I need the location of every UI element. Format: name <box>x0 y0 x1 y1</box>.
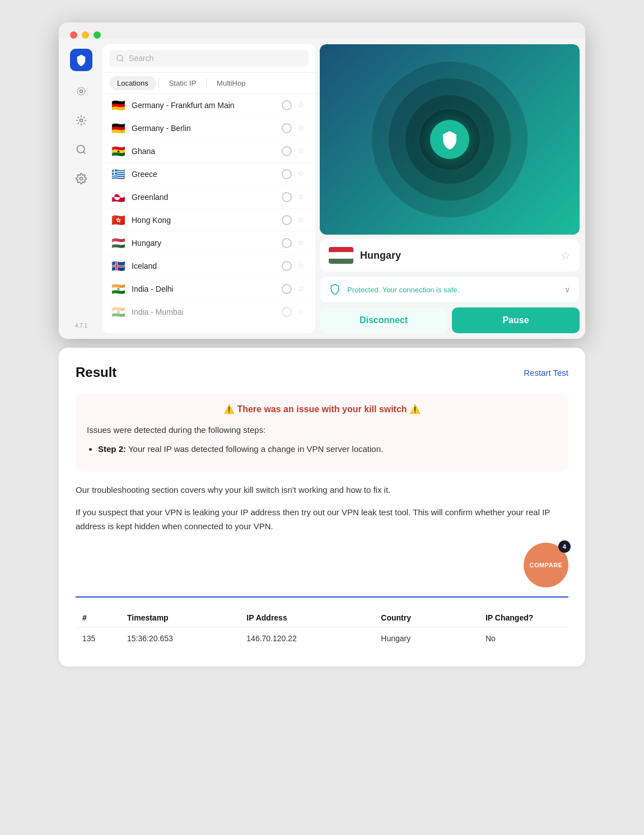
col-header-timestamp: Timestamp <box>120 609 240 627</box>
tab-divider-1 <box>158 78 159 88</box>
star-ghana[interactable]: ☆ <box>297 146 307 156</box>
sidebar-settings-icon[interactable] <box>72 111 90 129</box>
radio-greenland[interactable] <box>282 192 292 202</box>
status-bar: Protected. Your connection is safe. ∨ <box>320 276 580 303</box>
star-hungary[interactable]: ☆ <box>297 238 307 248</box>
location-name: Iceland <box>132 262 276 270</box>
radio-hungary[interactable] <box>282 238 292 248</box>
list-item[interactable]: 🇩🇪 Germany - Frankfurt am Main ☆ <box>102 94 315 117</box>
list-item[interactable]: 🇬🇷 Greece ☆ <box>102 163 315 186</box>
right-panel: Hungary ☆ Protected. Your connection is … <box>320 44 580 333</box>
svg-point-5 <box>80 178 83 180</box>
alert-intro: Issues were detected during the followin… <box>87 423 557 437</box>
star-germany-frankfurt[interactable]: ☆ <box>297 100 307 110</box>
pause-button[interactable]: Pause <box>452 307 580 333</box>
result-body-2: If you suspect that your VPN is leaking … <box>76 505 568 534</box>
version-label: 4.7.1 <box>75 323 87 329</box>
vpn-logo <box>430 120 469 159</box>
alert-box: ⚠️ There was an issue with your kill swi… <box>76 394 568 472</box>
result-title: Result <box>76 365 116 380</box>
list-item[interactable]: 🇮🇳 India - Mumbai ☆ <box>102 301 315 324</box>
list-item[interactable]: 🇭🇰 Hong Kong ☆ <box>102 209 315 232</box>
flag-hungary: 🇭🇺 <box>110 237 126 249</box>
restart-test-link[interactable]: Restart Test <box>524 368 568 377</box>
alert-body: Issues were detected during the followin… <box>87 423 557 456</box>
search-icon <box>116 54 124 63</box>
vpn-visual <box>320 44 580 235</box>
location-name: Greece <box>132 170 276 179</box>
step-label: Step 2: <box>98 444 126 454</box>
disconnect-button[interactable]: Disconnect <box>320 307 447 333</box>
star-germany-berlin[interactable]: ☆ <box>297 123 307 133</box>
list-item[interactable]: 🇩🇪 Germany - Berlin ☆ <box>102 117 315 140</box>
star-hong-kong[interactable]: ☆ <box>297 215 307 225</box>
star-iceland[interactable]: ☆ <box>297 261 307 271</box>
sidebar-privacy-icon[interactable] <box>72 82 90 100</box>
svg-line-4 <box>83 152 86 154</box>
list-item[interactable]: 🇮🇳 India - Delhi ☆ <box>102 278 315 301</box>
tab-locations[interactable]: Locations <box>109 76 156 90</box>
location-name: India - Delhi <box>132 284 276 293</box>
result-body-1: Our troubleshooting section covers why y… <box>76 483 568 497</box>
search-input[interactable] <box>129 54 302 63</box>
radio-hong-kong[interactable] <box>282 215 292 225</box>
col-header-country: Country <box>374 609 479 627</box>
star-india-mumbai[interactable]: ☆ <box>297 307 307 317</box>
list-item[interactable]: 🇭🇺 Hungary ☆ <box>102 232 315 255</box>
sidebar-gear-icon[interactable] <box>72 170 90 188</box>
list-item[interactable]: 🇬🇱 Greenland ☆ <box>102 186 315 209</box>
flag-greenland: 🇬🇱 <box>110 192 126 203</box>
location-name: Ghana <box>132 147 276 156</box>
app-logo[interactable] <box>70 49 92 71</box>
compare-badge: 4 <box>558 540 571 553</box>
flag-ghana: 🇬🇭 <box>110 146 126 157</box>
col-header-ip: IP Address <box>240 609 374 627</box>
table-divider <box>76 596 568 598</box>
vpn-window: 4.7.1 Locations Static IP <box>59 22 585 339</box>
search-input-wrapper[interactable] <box>109 50 309 67</box>
location-name: Hong Kong <box>132 216 276 225</box>
list-item[interactable]: 🇬🇭 Ghana ☆ <box>102 140 315 163</box>
star-greece[interactable]: ☆ <box>297 169 307 179</box>
radio-iceland[interactable] <box>282 261 292 271</box>
minimize-button[interactable] <box>82 31 89 39</box>
col-header-changed: IP Changed? <box>479 609 568 627</box>
svg-point-3 <box>77 146 85 153</box>
close-button[interactable] <box>70 31 77 39</box>
tab-static-ip[interactable]: Static IP <box>161 76 204 90</box>
tab-bar: Locations Static IP MultiHop <box>102 73 315 94</box>
alert-step-item: Step 2: Your real IP was detected follow… <box>98 442 557 456</box>
radio-germany-frankfurt[interactable] <box>282 100 292 110</box>
maximize-button[interactable] <box>94 31 101 39</box>
result-header: Result Restart Test <box>76 365 568 380</box>
location-name: Germany - Frankfurt am Main <box>132 101 276 110</box>
step-text: Your real IP was detected following a ch… <box>128 444 383 454</box>
star-india-delhi[interactable]: ☆ <box>297 284 307 294</box>
radio-india-mumbai[interactable] <box>282 307 292 317</box>
shield-icon <box>329 283 342 296</box>
tab-multihop[interactable]: MultiHop <box>209 76 253 90</box>
tab-divider-2 <box>206 78 207 88</box>
radio-india-delhi[interactable] <box>282 284 292 294</box>
star-greenland[interactable]: ☆ <box>297 192 307 202</box>
radio-germany-berlin[interactable] <box>282 123 292 133</box>
compare-button[interactable]: 4 COMPARE <box>524 543 568 587</box>
vpn-app-content: 4.7.1 Locations Static IP <box>59 39 585 339</box>
sidebar-search-icon[interactable] <box>72 141 90 158</box>
svg-point-2 <box>80 119 83 122</box>
favorite-star[interactable]: ☆ <box>561 249 571 262</box>
flag-india-delhi: 🇮🇳 <box>110 283 126 295</box>
compare-wrapper: 4 COMPARE <box>76 543 568 587</box>
location-name: India - Mumbai <box>132 307 276 316</box>
sidebar: 4.7.1 <box>64 44 98 333</box>
cell-timestamp: 15:36:20.653 <box>120 627 240 650</box>
flag-greece: 🇬🇷 <box>110 169 126 180</box>
compare-label: COMPARE <box>530 562 563 568</box>
flag-iceland: 🇮🇸 <box>110 260 126 272</box>
expand-chevron[interactable]: ∨ <box>564 285 570 294</box>
list-item[interactable]: 🇮🇸 Iceland ☆ <box>102 255 315 278</box>
flag-germany-frankfurt: 🇩🇪 <box>110 100 126 111</box>
radio-ghana[interactable] <box>282 146 292 156</box>
radio-greece[interactable] <box>282 169 292 179</box>
table-row: 135 15:36:20.653 146.70.120.22 Hungary N… <box>76 627 568 650</box>
